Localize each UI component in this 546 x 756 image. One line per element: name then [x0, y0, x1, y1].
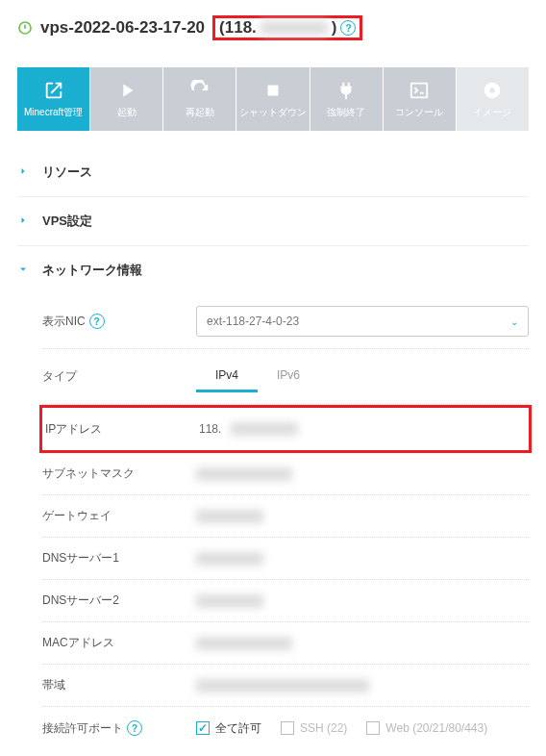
section-title: ネットワーク情報	[42, 262, 142, 279]
ip-row-highlight: IPアドレス 118.	[39, 405, 532, 453]
toolbar-label: Minecraft管理	[24, 106, 83, 119]
minecraft-manage-button[interactable]: Minecraft管理	[17, 67, 89, 131]
chevron-right-icon	[17, 214, 31, 229]
allow-all-option[interactable]: 全て許可	[196, 720, 261, 737]
vps-name: vps-2022-06-23-17-20	[40, 18, 205, 38]
checkbox-checked-icon	[196, 721, 210, 735]
terminal-icon	[409, 80, 430, 101]
toolbar-label: 起動	[117, 106, 136, 119]
nic-select-wrap: ext-118-27-4-0-23 ⌄	[196, 306, 529, 337]
chevron-down-icon: ⌄	[510, 316, 518, 327]
shutdown-button[interactable]: シャットダウン	[236, 67, 309, 131]
gateway-masked	[196, 510, 263, 523]
vps-ip-prefix: (118.	[219, 18, 257, 38]
network-section-toggle[interactable]: ネットワーク情報	[17, 245, 529, 294]
restart-button[interactable]: 再起動	[163, 67, 236, 131]
action-toolbar: Minecraft管理 起動 再起動 シャットダウン 強制終了 コンソール イメ…	[17, 67, 529, 131]
toolbar-label: コンソール	[395, 106, 443, 119]
help-icon[interactable]: ?	[340, 20, 356, 36]
vps-settings-section-toggle[interactable]: VPS設定	[17, 196, 529, 245]
dns1-masked	[196, 552, 263, 566]
help-icon[interactable]: ?	[89, 314, 105, 329]
ip-masked	[231, 422, 298, 436]
svg-rect-3	[411, 83, 428, 97]
disk-icon	[482, 80, 503, 101]
dns2-row: DNSサーバー2	[42, 580, 529, 622]
ssh-option[interactable]: SSH (22)	[281, 721, 347, 735]
ports-label: 接続許可ポート ?	[42, 720, 196, 737]
checkbox-icon	[366, 721, 380, 735]
toolbar-label: イメージ	[473, 106, 511, 119]
nic-select[interactable]: ext-118-27-4-0-23 ⌄	[196, 306, 529, 337]
mac-row: MACアドレス	[42, 622, 529, 665]
ip-label: IPアドレス	[45, 421, 199, 438]
web-option[interactable]: Web (20/21/80/443)	[366, 721, 487, 735]
dns1-row: DNSサーバー1	[42, 538, 529, 580]
gateway-row: ゲートウェイ	[42, 495, 529, 538]
ports-row: 接続許可ポート ? 全て許可 SSH (22) Web (20/21/80/44…	[42, 707, 529, 749]
svg-rect-2	[267, 85, 278, 95]
power-status-icon	[17, 20, 33, 36]
header-ip-highlight: (118. ) ?	[212, 15, 362, 40]
sections: リソース VPS設定 ネットワーク情報 表示NIC ? ext-118-27-4…	[0, 148, 546, 756]
subnet-row: サブネットマスク	[42, 453, 529, 495]
toolbar-label: 強制終了	[327, 106, 365, 119]
ip-value: 118.	[199, 422, 526, 436]
bandwidth-row: 帯域	[42, 665, 529, 707]
ip-address-row: IPアドレス 118.	[45, 408, 526, 450]
vps-ip-masked	[261, 21, 328, 35]
ports-options: 全て許可 SSH (22) Web (20/21/80/443)	[196, 720, 529, 737]
nic-selected-value: ext-118-27-4-0-23	[207, 315, 299, 328]
chevron-down-icon	[17, 264, 31, 278]
plug-icon	[335, 80, 357, 101]
tab-ipv4[interactable]: IPv4	[196, 361, 258, 392]
mac-label: MACアドレス	[42, 635, 196, 651]
section-title: VPS設定	[42, 213, 92, 230]
refresh-icon	[189, 80, 211, 101]
dns2-label: DNSサーバー2	[42, 592, 196, 609]
section-title: リソース	[42, 164, 92, 181]
ip-type-tabs: IPv4 IPv6	[196, 361, 319, 392]
svg-point-5	[490, 88, 496, 93]
console-button[interactable]: コンソール	[384, 67, 456, 131]
force-stop-button[interactable]: 強制終了	[310, 67, 383, 131]
dns1-label: DNSサーバー1	[42, 550, 196, 567]
bandwidth-masked	[196, 679, 369, 693]
vps-ip-suffix: )	[332, 18, 337, 38]
gateway-label: ゲートウェイ	[42, 508, 196, 524]
checkbox-icon	[281, 721, 294, 735]
subnet-masked	[196, 467, 292, 481]
help-icon[interactable]: ?	[127, 720, 142, 736]
play-icon	[116, 80, 137, 101]
toolbar-label: シャットダウン	[239, 106, 307, 119]
start-button[interactable]: 起動	[90, 67, 162, 131]
network-content: 表示NIC ? ext-118-27-4-0-23 ⌄ タイプ IPv4 IPv…	[17, 294, 529, 749]
toolbar-label: 再起動	[186, 106, 214, 119]
chevron-right-icon	[17, 165, 31, 180]
nic-row: 表示NIC ? ext-118-27-4-0-23 ⌄	[42, 294, 529, 349]
subnet-label: サブネットマスク	[42, 466, 196, 482]
mac-masked	[196, 637, 292, 650]
nic-label: 表示NIC ?	[42, 314, 196, 330]
type-label: タイプ	[42, 368, 196, 385]
bandwidth-label: 帯域	[42, 677, 196, 693]
type-row: タイプ IPv4 IPv6	[42, 349, 529, 405]
image-button[interactable]: イメージ	[457, 67, 529, 131]
tab-ipv6[interactable]: IPv6	[258, 361, 319, 392]
page-header: vps-2022-06-23-17-20 (118. ) ?	[0, 0, 546, 48]
stop-icon	[262, 80, 284, 101]
external-link-icon	[43, 80, 64, 101]
resource-section-toggle[interactable]: リソース	[17, 148, 529, 196]
dns2-masked	[196, 594, 263, 608]
